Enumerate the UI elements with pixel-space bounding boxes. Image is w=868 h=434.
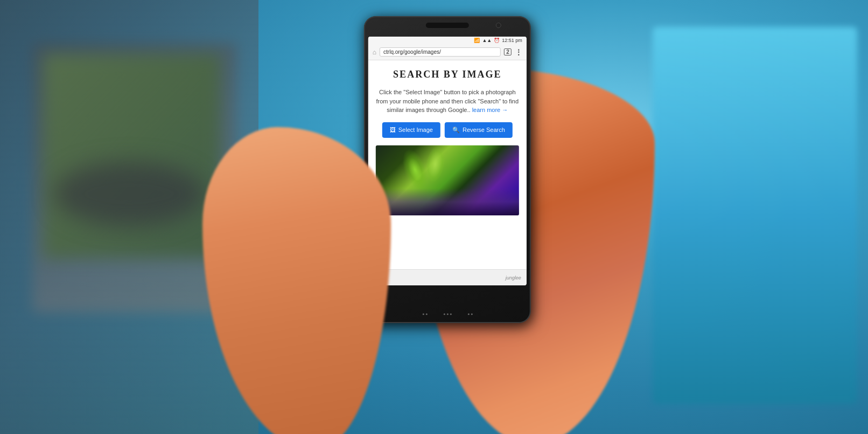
- select-image-button[interactable]: 🖼 Select Image: [382, 122, 440, 138]
- status-bar: 📶 ▲▲ ⏰ 12:51 pm: [368, 37, 527, 44]
- crowd-overlay: [376, 188, 519, 215]
- select-image-label: Select Image: [398, 127, 433, 133]
- recents-button[interactable]: [467, 313, 472, 315]
- action-buttons: 🖼 Select Image 🔍 Reverse Search: [376, 122, 519, 138]
- bg-blue-box: [653, 27, 857, 404]
- phone-speaker: [426, 23, 469, 28]
- page-title: SEARCH BY IMAGE: [376, 69, 519, 80]
- ad-banner: junglee: [368, 269, 527, 285]
- reverse-search-label: Reverse Search: [463, 127, 505, 133]
- bg-monitor-screen: [43, 54, 221, 258]
- nav-dot: [471, 313, 472, 315]
- webpage-content: SEARCH BY IMAGE Click the "Select Image"…: [368, 60, 527, 269]
- back-button[interactable]: [422, 313, 427, 315]
- concert-image: [376, 145, 519, 215]
- search-icon: 🔍: [452, 127, 460, 134]
- time-display: 12:51 pm: [502, 38, 522, 43]
- nav-dot: [450, 313, 451, 315]
- phone-nav-buttons: [364, 313, 531, 315]
- phone-camera: [496, 23, 501, 28]
- nav-dot: [443, 313, 445, 315]
- browser-chrome: ⌂ ctrlq.org/google/images/ 2 ⋮: [368, 44, 527, 60]
- nav-dot: [446, 313, 448, 315]
- page-description: Click the "Select Image" button to pick …: [376, 88, 519, 115]
- nav-dot: [422, 313, 424, 315]
- image-icon: 🖼: [390, 127, 396, 133]
- bg-glasses: [54, 162, 205, 226]
- learn-more-link[interactable]: learn more →: [472, 107, 508, 113]
- signal-icon: ▲▲: [482, 38, 492, 43]
- light-beam-2: [423, 145, 448, 185]
- ad-label: junglee: [506, 275, 521, 281]
- clock-icon: ⏰: [494, 38, 500, 43]
- url-bar[interactable]: ctrlq.org/google/images/: [380, 47, 501, 57]
- phone-body: 📶 ▲▲ ⏰ 12:51 pm ⌂ ctrlq.org/google/image…: [364, 16, 531, 323]
- nav-dot: [425, 313, 427, 315]
- phone-device: 📶 ▲▲ ⏰ 12:51 pm ⌂ ctrlq.org/google/image…: [364, 16, 531, 323]
- reverse-search-button[interactable]: 🔍 Reverse Search: [445, 122, 513, 138]
- menu-icon[interactable]: ⋮: [515, 48, 522, 57]
- wifi-icon: 📶: [474, 38, 480, 43]
- tab-count[interactable]: 2: [504, 48, 512, 55]
- hand-container: 📶 ▲▲ ⏰ 12:51 pm ⌂ ctrlq.org/google/image…: [246, 0, 622, 434]
- home-icon[interactable]: ⌂: [373, 48, 376, 56]
- phone-screen: 📶 ▲▲ ⏰ 12:51 pm ⌂ ctrlq.org/google/image…: [368, 37, 527, 285]
- home-button[interactable]: [443, 313, 451, 315]
- nav-dot: [467, 313, 469, 315]
